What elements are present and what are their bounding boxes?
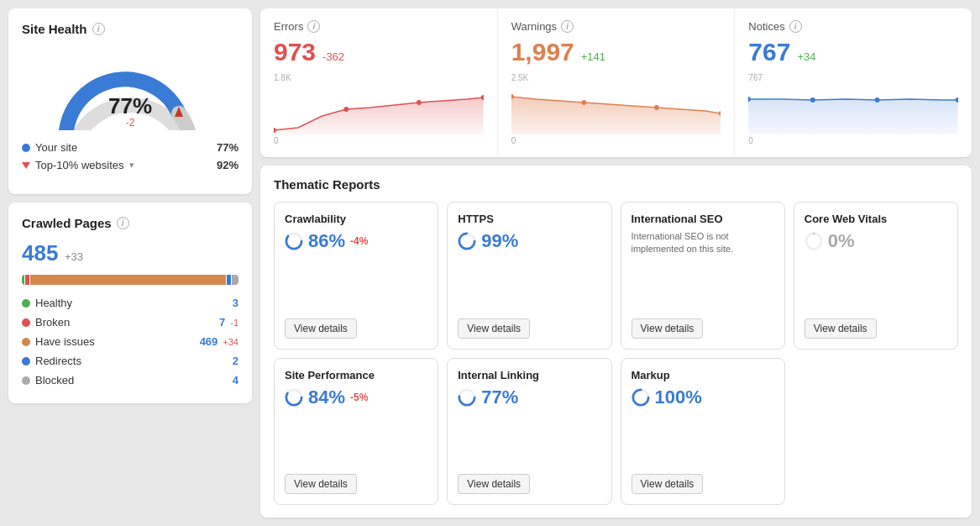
crawled-legend-row: Redirects 2 <box>22 351 238 371</box>
metric-label-text-0: Errors <box>274 20 303 33</box>
thematic-card-6: Markup 100% View details <box>621 358 785 506</box>
progress-bar <box>22 275 238 285</box>
svg-point-4 <box>417 100 422 105</box>
chart-area-1 <box>511 84 721 134</box>
thematic-score-value-6: 100% <box>655 387 702 408</box>
score-circle-6 <box>631 388 650 407</box>
site-health-info-icon[interactable]: i <box>92 23 105 35</box>
thematic-score-6: 100% <box>631 387 774 408</box>
crawled-pages-card: Crawled Pages i 485 +33 Healthy 3 <box>8 203 252 403</box>
thematic-grid: Crawlability 86% -4% View details HTTPS … <box>274 202 958 505</box>
metric-info-icon-0[interactable]: i <box>307 20 320 33</box>
svg-point-8 <box>581 100 586 105</box>
crawled-delta: +33 <box>65 250 83 263</box>
chart-labels-0: 1.8K <box>274 73 484 82</box>
pb-blocked <box>232 275 238 285</box>
svg-point-14 <box>875 97 880 103</box>
chart-labels-2: 767 <box>748 73 958 82</box>
top10-chevron-icon[interactable]: ▾ <box>129 160 134 171</box>
your-site-label: Your site <box>35 141 77 154</box>
pb-healthy <box>22 275 24 285</box>
thematic-score-0: 86% -4% <box>285 230 427 252</box>
crawled-item-label: Broken <box>35 316 70 329</box>
thematic-score-value-0: 86% <box>308 230 345 252</box>
crawled-pages-info-icon[interactable]: i <box>117 217 129 229</box>
thematic-section: Thematic Reports Crawlability 86% -4% Vi… <box>260 166 972 518</box>
thematic-score-value-4: 84% <box>308 387 345 408</box>
thematic-card-title-6: Markup <box>631 369 774 381</box>
thematic-card-title-5: Internal Linking <box>458 369 600 381</box>
metric-label-2: Notices i <box>748 20 958 33</box>
crawled-dot-3 <box>22 357 30 366</box>
gauge-container: 77% -2 Your site 77% <box>22 46 238 174</box>
metric-value-1: 1,997 <box>511 38 574 66</box>
chart-bottom-labels-0: 0 <box>274 136 484 145</box>
crawled-item-value: 7 <box>219 316 225 329</box>
main-container: Site Health i 77% <box>0 0 980 526</box>
thematic-score-1: 99% <box>458 230 600 252</box>
top10-value: 92% <box>217 159 238 171</box>
thematic-card-title-2: International SEO <box>631 213 774 225</box>
gauge-percent: 77% <box>108 95 152 117</box>
thematic-score-3: 0% <box>804 230 947 252</box>
svg-point-3 <box>344 107 349 112</box>
thematic-card-title-4: Site Performance <box>285 369 427 381</box>
crawled-item-label: Have issues <box>35 335 95 348</box>
svg-point-13 <box>810 97 815 103</box>
view-details-btn-6[interactable]: View details <box>631 474 704 494</box>
svg-marker-6 <box>511 97 721 134</box>
crawled-legend-row: Broken 7 -1 <box>22 313 238 332</box>
chart-labels-1: 2.5K <box>511 73 721 82</box>
view-details-btn-5[interactable]: View details <box>458 474 530 494</box>
metric-value-row-1: 1,997 +141 <box>511 38 721 66</box>
left-panel: Site Health i 77% <box>8 8 252 518</box>
crawled-legend-row: Blocked 4 <box>22 371 238 390</box>
metric-label-1: Warnings i <box>511 20 721 33</box>
view-details-btn-2[interactable]: View details <box>631 318 704 339</box>
metric-delta-0: -362 <box>322 50 344 63</box>
gauge-text: 77% -2 <box>108 95 152 129</box>
crawled-legend-row: Have issues 469 +34 <box>22 332 238 351</box>
thematic-card-2: International SEO International SEO is n… <box>621 202 785 350</box>
crawled-count-row: 485 +33 <box>22 240 238 266</box>
crawled-item-value: 3 <box>233 297 238 309</box>
your-site-dot <box>22 144 30 152</box>
metric-info-icon-1[interactable]: i <box>561 20 574 33</box>
thematic-card-3: Core Web Vitals 0% View details <box>794 202 958 350</box>
crawled-item-value: 2 <box>233 355 238 367</box>
metric-label-text-2: Notices <box>748 20 784 33</box>
view-details-btn-3[interactable]: View details <box>804 318 877 339</box>
chart-bottom-labels-2: 0 <box>748 136 958 145</box>
metric-value-row-0: 973 -362 <box>274 38 484 66</box>
thematic-card-title-3: Core Web Vitals <box>804 213 947 225</box>
thematic-score-delta-0: -4% <box>350 235 368 247</box>
metric-info-icon-2[interactable]: i <box>789 20 802 33</box>
view-details-btn-0[interactable]: View details <box>285 318 357 339</box>
metric-value-2: 767 <box>748 38 790 66</box>
chart-bottom-labels-1: 0 <box>511 136 721 145</box>
metric-card-2: Notices i 767 +34 767 0 <box>735 8 972 157</box>
score-circle-0 <box>285 232 303 250</box>
metric-card-0: Errors i 973 -362 1.8K 0 <box>260 8 498 157</box>
view-details-btn-4[interactable]: View details <box>285 474 357 494</box>
crawled-pages-label: Crawled Pages <box>22 216 112 230</box>
crawled-item-value: 469 <box>200 335 218 348</box>
score-circle-5 <box>458 388 476 407</box>
thematic-desc-2: International SEO is not implemented on … <box>631 230 774 256</box>
pb-redirects <box>227 275 231 285</box>
metric-value-0: 973 <box>274 38 316 66</box>
right-panel: Errors i 973 -362 1.8K 0 Warnings i 1,99 <box>260 8 972 518</box>
site-health-label: Site Health <box>22 22 87 36</box>
view-details-btn-1[interactable]: View details <box>458 318 530 339</box>
thematic-card-1: HTTPS 99% View details <box>447 202 611 350</box>
crawled-count: 485 <box>22 240 58 266</box>
site-health-title: Site Health i <box>22 22 238 36</box>
thematic-card-0: Crawlability 86% -4% View details <box>274 202 438 350</box>
score-circle-1 <box>458 232 476 250</box>
gauge-delta: -2 <box>108 117 152 129</box>
crawled-item-label: Healthy <box>35 297 72 309</box>
score-circle-3 <box>804 232 823 250</box>
your-site-legend-row: Your site 77% <box>22 139 238 156</box>
svg-marker-11 <box>748 99 958 134</box>
chart-area-0 <box>274 84 484 134</box>
